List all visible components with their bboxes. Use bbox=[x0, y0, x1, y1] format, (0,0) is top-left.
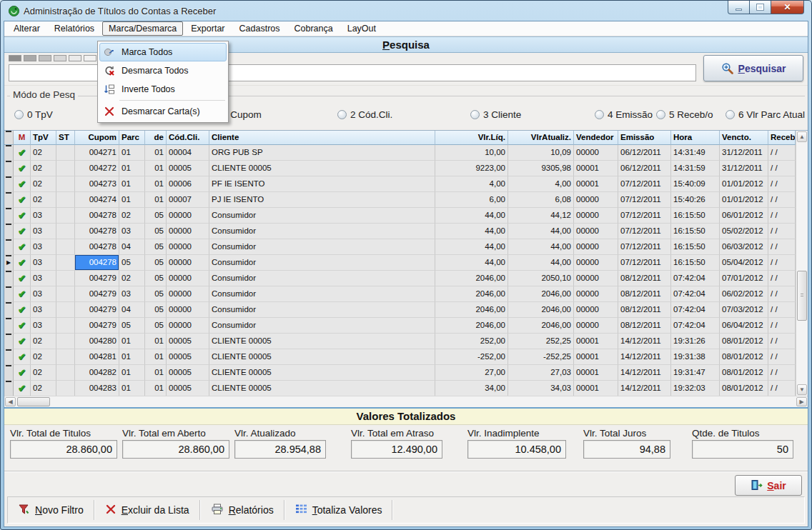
grid-cell[interactable]: 08/12/2011 bbox=[618, 286, 671, 302]
grid-cell[interactable]: 00000 bbox=[167, 208, 209, 224]
grid-cell[interactable]: 06/04/2012 bbox=[720, 318, 768, 334]
grid-cell[interactable]: / / bbox=[768, 255, 796, 271]
title-bar[interactable]: Administração de Títulos do Contas a Rec… bbox=[4, 1, 808, 21]
grid-cell[interactable]: 9223,00 bbox=[435, 161, 508, 176]
grid-cell[interactable]: 01 bbox=[145, 161, 167, 176]
column-header-m[interactable]: M bbox=[14, 131, 31, 145]
grid-cell[interactable]: 03 bbox=[31, 302, 56, 318]
grid-cell[interactable]: 14/12/2011 bbox=[618, 381, 671, 396]
grid-cell[interactable]: 05 bbox=[145, 318, 167, 334]
grid-cell[interactable]: 2046,00 bbox=[435, 271, 508, 286]
grid-cell[interactable]: 05 bbox=[145, 302, 167, 318]
column-header-st[interactable]: ST bbox=[56, 131, 75, 145]
menu-item-cobran-a[interactable]: Cobrança bbox=[288, 21, 340, 36]
grid-cell[interactable]: 00005 bbox=[167, 381, 209, 396]
table-row[interactable]: ✔02004281010100005CLIENTE 00005-252,00-2… bbox=[4, 349, 796, 365]
grid-cell[interactable]: 07:42:04 bbox=[671, 302, 720, 318]
table-row[interactable]: ✔03004279040500000Consumidor2046,002046,… bbox=[4, 302, 796, 318]
grid-cell[interactable]: ✔ bbox=[14, 302, 31, 318]
grid-cell[interactable]: 05 bbox=[119, 255, 145, 271]
grid-cell[interactable]: PF IE ISENTO bbox=[209, 176, 435, 192]
grid-cell[interactable]: 03 bbox=[31, 208, 56, 224]
grid-cell[interactable]: 44,00 bbox=[508, 224, 574, 239]
grid-cell[interactable]: 27,03 bbox=[508, 365, 574, 381]
grid-cell[interactable]: 05 bbox=[145, 255, 167, 271]
grid-cell[interactable]: 05 bbox=[119, 318, 145, 334]
grid-cell[interactable]: 004279 bbox=[75, 302, 119, 318]
grid-cell[interactable]: 19:31:38 bbox=[671, 349, 720, 365]
grid-cell[interactable]: 2046,00 bbox=[435, 286, 508, 302]
grid-cell[interactable]: 01 bbox=[119, 381, 145, 396]
grid-cell[interactable]: 15:40:09 bbox=[671, 176, 720, 192]
grid-cell[interactable]: ✔ bbox=[14, 208, 31, 224]
grid-cell[interactable]: / / bbox=[768, 381, 796, 396]
grid-cell[interactable]: 004283 bbox=[75, 381, 119, 396]
table-row[interactable]: ✔02004271010100004ORG PUB SP10,0010,0900… bbox=[4, 145, 796, 161]
table-row[interactable]: ✔02004280010100005CLIENTE 00005252,00252… bbox=[4, 334, 796, 349]
menu-item-layout[interactable]: LayOut bbox=[341, 21, 382, 36]
grid-cell[interactable]: 06/02/2012 bbox=[720, 286, 768, 302]
grid-cell[interactable]: 00000 bbox=[574, 145, 618, 161]
grid-cell[interactable]: ✔ bbox=[14, 176, 31, 192]
grid-cell[interactable]: 00000 bbox=[574, 318, 618, 334]
column-header-cupom[interactable]: Cupom bbox=[75, 131, 119, 145]
grid-cell[interactable]: 00001 bbox=[574, 381, 618, 396]
column-header-vlratualiz-[interactable]: VlrAtualiz. bbox=[508, 131, 574, 145]
grid-cell[interactable]: 01 bbox=[119, 349, 145, 365]
grid-cell[interactable]: 00006 bbox=[167, 176, 209, 192]
grid-cell[interactable]: 01 bbox=[145, 192, 167, 208]
grid-cell[interactable]: 004279 bbox=[75, 286, 119, 302]
table-row[interactable]: ✔02004283010100005CLIENTE 0000534,0034,0… bbox=[4, 381, 796, 396]
grid-cell[interactable]: 01 bbox=[119, 192, 145, 208]
scroll-right-icon[interactable]: ▶ bbox=[796, 397, 807, 406]
grid-cell[interactable]: 06/01/2012 bbox=[720, 208, 768, 224]
grid-cell[interactable]: 03 bbox=[119, 224, 145, 239]
menu-item-exportar[interactable]: Exportar bbox=[184, 21, 231, 36]
grid-cell[interactable]: 00000 bbox=[167, 318, 209, 334]
grid-cell[interactable]: 08/01/2012 bbox=[720, 334, 768, 349]
grid-cell[interactable]: 01 bbox=[119, 145, 145, 161]
grid-cell[interactable]: 16:15:50 bbox=[671, 208, 720, 224]
grid-cell[interactable]: 04 bbox=[119, 239, 145, 255]
grid-cell[interactable]: 2046,00 bbox=[435, 318, 508, 334]
grid-cell[interactable]: 01/01/2012 bbox=[720, 192, 768, 208]
grid-cell[interactable]: 05 bbox=[145, 286, 167, 302]
grid-cell[interactable]: 44,00 bbox=[508, 239, 574, 255]
grid-cell[interactable]: 02 bbox=[31, 145, 56, 161]
grid-cell[interactable]: 14/12/2011 bbox=[618, 349, 671, 365]
grid-cell[interactable]: 03 bbox=[31, 286, 56, 302]
minimize-button[interactable] bbox=[728, 1, 750, 14]
column-header-vendedor[interactable]: Vendedor bbox=[574, 131, 618, 145]
grid-cell[interactable]: 004279 bbox=[75, 318, 119, 334]
grid-cell[interactable]: 01 bbox=[119, 161, 145, 176]
grid-cell[interactable]: 01 bbox=[119, 176, 145, 192]
grid-cell[interactable]: 01 bbox=[119, 334, 145, 349]
grid-cell[interactable]: 004278 bbox=[75, 208, 119, 224]
grid-cell[interactable]: 004271 bbox=[75, 145, 119, 161]
menu-item-marca-desmarca[interactable]: Marca/Desmarca bbox=[102, 21, 183, 36]
grid-cell[interactable]: 00000 bbox=[167, 239, 209, 255]
grid-cell[interactable]: ✔ bbox=[14, 255, 31, 271]
grid-cell[interactable]: CLIENTE 00005 bbox=[209, 381, 435, 396]
grid-cell[interactable]: 19:31:26 bbox=[671, 334, 720, 349]
grid-cell[interactable]: 00000 bbox=[574, 208, 618, 224]
grid-cell[interactable]: PJ IE ISENTO bbox=[209, 192, 435, 208]
grid-cell[interactable]: 14:31:49 bbox=[671, 145, 720, 161]
grid-cell[interactable]: 004273 bbox=[75, 176, 119, 192]
grid-cell[interactable]: ✔ bbox=[14, 381, 31, 396]
grid-cell[interactable] bbox=[56, 381, 75, 396]
grid-cell[interactable] bbox=[56, 365, 75, 381]
grid-cell[interactable]: 19:32:03 bbox=[671, 381, 720, 396]
grid-cell[interactable]: 03 bbox=[31, 239, 56, 255]
grid-cell[interactable]: 00005 bbox=[167, 161, 209, 176]
grid-cell[interactable]: 00000 bbox=[574, 255, 618, 271]
grid-cell[interactable]: 00005 bbox=[167, 349, 209, 365]
scroll-up-icon[interactable]: ▲ bbox=[797, 131, 807, 142]
grid-cell[interactable]: 2046,00 bbox=[508, 286, 574, 302]
grid-cell[interactable]: 07:42:04 bbox=[671, 286, 720, 302]
grid-cell[interactable]: / / bbox=[768, 208, 796, 224]
column-header-hora[interactable]: Hora bbox=[671, 131, 720, 145]
grid-cell[interactable] bbox=[56, 255, 75, 271]
context-menu-item-desmarcar-carta-s-[interactable]: Desmarcar Carta(s) bbox=[99, 102, 227, 121]
radio-option-5-receb-o[interactable]: 5 Receb/o bbox=[656, 109, 713, 120]
